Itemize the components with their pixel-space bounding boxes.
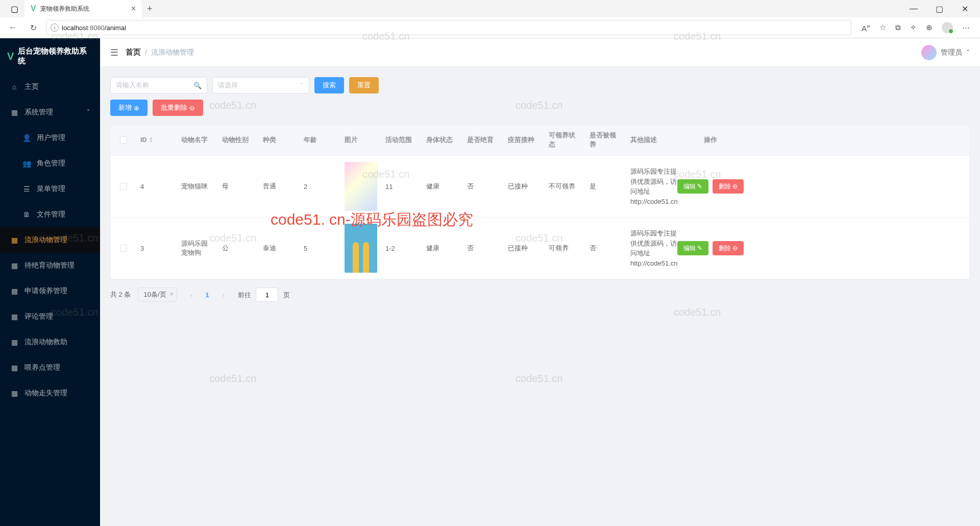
extensions-icon[interactable]: ✧: [910, 23, 917, 32]
delete-button[interactable]: 删除 ⊖: [713, 179, 744, 194]
menu-icon: ⌂: [10, 83, 18, 91]
page-size-select[interactable]: 10条/页: [138, 288, 177, 302]
sidebar-item-10[interactable]: ▦流浪动物救助: [0, 329, 100, 355]
pagination: 共 2 条 10条/页 ‹ 1 › 前往 页: [110, 288, 970, 302]
prev-page-icon[interactable]: ‹: [184, 288, 199, 302]
browser-tab[interactable]: V 宠物领养救助系统 ×: [24, 0, 142, 17]
breadcrumb-current: 流浪动物管理: [151, 48, 194, 57]
thumbnail[interactable]: [345, 162, 377, 211]
menu-icon: 👤: [22, 134, 31, 142]
menu-icon: ▦: [10, 313, 18, 321]
sidebar-item-9[interactable]: ▦评论管理: [0, 304, 100, 329]
edit-button[interactable]: 编辑 ✎: [677, 179, 708, 194]
menu-icon: 👥: [22, 159, 31, 168]
sidebar-item-8[interactable]: ▦申请领养管理: [0, 278, 100, 304]
address-bar[interactable]: i localhost:8080/animal: [46, 20, 851, 35]
chevron-icon: ˄: [87, 109, 90, 116]
menu-icon: ☰: [22, 185, 31, 193]
sidebar-item-6[interactable]: ▦流浪动物管理: [0, 227, 100, 253]
page-number[interactable]: 1: [206, 291, 209, 299]
select-all-checkbox[interactable]: [120, 136, 127, 144]
reset-button[interactable]: 重置: [349, 77, 379, 93]
edit-button[interactable]: 编辑 ✎: [677, 241, 708, 255]
sidebar-item-4[interactable]: ☰菜单管理: [0, 176, 100, 202]
minimize-icon[interactable]: —: [906, 4, 921, 14]
goto-page-input[interactable]: [256, 288, 278, 302]
sidebar-item-11[interactable]: ▦喂养点管理: [0, 355, 100, 380]
breadcrumb-home[interactable]: 首页: [126, 47, 141, 57]
next-page-icon[interactable]: ›: [216, 288, 231, 302]
back-icon[interactable]: ←: [5, 23, 20, 32]
more-icon[interactable]: ⋯: [962, 23, 970, 32]
read-aloud-icon[interactable]: A»: [862, 22, 870, 33]
goto-page: 前往 页: [238, 288, 290, 302]
favicon-icon: V: [31, 4, 36, 13]
favorite-icon[interactable]: ☆: [879, 23, 886, 32]
bulk-delete-button[interactable]: 批量删除 ⊖: [153, 100, 203, 116]
tab-title: 宠物领养救助系统: [40, 5, 89, 13]
logo-icon: V: [7, 51, 14, 62]
search-button[interactable]: 搜索: [314, 77, 344, 93]
thumbnail[interactable]: [345, 224, 377, 273]
topbar: ☰ 首页 / 流浪动物管理 管理员 ˅: [100, 38, 980, 67]
menu-icon: ▦: [10, 389, 18, 397]
sort-icon[interactable]: ▲▼: [149, 137, 153, 143]
menu-icon: ▦: [10, 261, 18, 270]
add-button[interactable]: 新增 ⊕: [110, 100, 148, 116]
menu-icon: 🗎: [22, 210, 31, 219]
pagination-total: 共 2 条: [110, 290, 131, 299]
search-icon: 🔍: [193, 82, 202, 89]
table-row: 3源码乐园宠物狗公泰迪51-2健康否已接种可领养否源码乐园专注提供优质源码，访问…: [111, 217, 969, 279]
browser-chrome: ▢ V 宠物领养救助系统 × + — ▢ ✕ ← ↻ i localhost:8…: [0, 0, 980, 38]
collections-icon[interactable]: ⧉: [895, 23, 901, 32]
menu-icon: ▦: [10, 236, 18, 244]
brand: V 后台宠物领养救助系统: [0, 38, 100, 74]
sidebar-item-1[interactable]: ▦系统管理˄: [0, 100, 100, 125]
collapse-icon[interactable]: ☰: [110, 47, 118, 58]
sidebar-item-2[interactable]: 👤用户管理: [0, 125, 100, 151]
delete-button[interactable]: 删除 ⊖: [713, 241, 744, 255]
avatar: [921, 45, 937, 60]
filter-select[interactable]: 请选择 ˅: [212, 77, 309, 93]
site-info-icon[interactable]: i: [51, 23, 59, 32]
table-row: 4宠物猫咪母普通211健康否已接种不可领养是源码乐园专注提供优质源码，访问地址h…: [111, 155, 969, 217]
sidebar-item-5[interactable]: 🗎文件管理: [0, 202, 100, 227]
downloads-icon[interactable]: ⊕: [926, 23, 933, 32]
sidebar-item-0[interactable]: ⌂主页: [0, 74, 100, 100]
new-tab-button[interactable]: +: [142, 4, 158, 14]
search-input[interactable]: 请输入名称 🔍: [110, 77, 207, 93]
sidebar-item-3[interactable]: 👥角色管理: [0, 151, 100, 176]
chevron-down-icon: ˅: [966, 49, 970, 57]
refresh-icon[interactable]: ↻: [26, 23, 41, 33]
user-menu[interactable]: 管理员 ˅: [921, 45, 970, 60]
menu-icon: ▦: [10, 364, 18, 372]
data-table: ID▲▼ 动物名字 动物性别 种类 年龄 图片 活动范围 身体状态 是否绝育 疫…: [110, 124, 970, 279]
row-checkbox[interactable]: [120, 183, 127, 190]
profile-avatar-icon[interactable]: [942, 22, 953, 33]
sidebar-item-7[interactable]: ▦待绝育动物管理: [0, 253, 100, 278]
chevron-down-icon: ˅: [300, 82, 304, 89]
window-menu-icon[interactable]: ▢: [9, 4, 19, 14]
menu-icon: ▦: [10, 287, 18, 295]
sidebar: V 后台宠物领养救助系统 ⌂主页▦系统管理˄👤用户管理👥角色管理☰菜单管理🗎文件…: [0, 38, 100, 526]
maximize-icon[interactable]: ▢: [932, 4, 947, 14]
row-checkbox[interactable]: [120, 245, 127, 252]
menu-icon: ▦: [10, 338, 18, 346]
sidebar-item-12[interactable]: ▦动物走失管理: [0, 380, 100, 406]
menu-icon: ▦: [10, 108, 18, 116]
close-window-icon[interactable]: ✕: [957, 4, 972, 14]
close-tab-icon[interactable]: ×: [131, 4, 136, 13]
